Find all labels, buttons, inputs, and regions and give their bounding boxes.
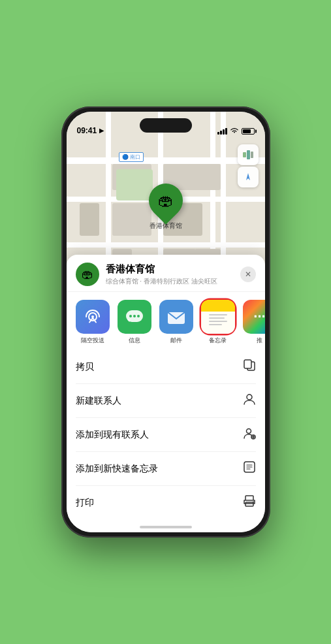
action-list: 拷贝 新建联系人 [67, 350, 265, 519]
copy-icon [243, 359, 256, 375]
battery-icon [242, 128, 255, 135]
notes-label: 备忘录 [209, 336, 227, 345]
messages-label: 信息 [129, 336, 140, 345]
venue-stadium-icon: 🏟 [82, 268, 93, 282]
svg-rect-1 [247, 150, 250, 159]
quick-note-icon [243, 460, 256, 477]
svg-point-6 [129, 315, 132, 317]
svg-rect-2 [251, 152, 253, 158]
map-type-button[interactable] [238, 144, 259, 165]
south-gate-label: 🔵 南口 [119, 152, 144, 162]
action-copy-label: 拷贝 [76, 361, 94, 373]
new-contact-icon [243, 393, 256, 409]
venue-name: 香港体育馆 [106, 263, 240, 276]
messages-icon [118, 300, 151, 334]
svg-point-7 [133, 315, 136, 317]
svg-point-23 [253, 502, 254, 503]
print-icon [243, 494, 256, 511]
location-button[interactable] [238, 167, 259, 187]
status-time: 09:41 ▶ [77, 126, 104, 135]
svg-rect-22 [245, 502, 253, 506]
airdrop-label: 隔空投送 [81, 336, 104, 345]
action-add-contact-label: 添加到现有联系人 [76, 429, 149, 441]
phone-frame: 09:41 ▶ [61, 106, 270, 538]
action-copy[interactable]: 拷贝 [76, 350, 256, 384]
time-display: 09:41 [77, 126, 97, 135]
dynamic-island [140, 118, 192, 133]
status-icons [217, 127, 255, 135]
more-icon: ··· [243, 300, 265, 334]
svg-point-12 [247, 394, 252, 400]
close-button[interactable]: ✕ [240, 266, 256, 282]
svg-rect-21 [245, 496, 253, 500]
mail-icon [159, 300, 193, 334]
location-pin: 🏟 香港体育馆 [149, 184, 183, 231]
svg-rect-11 [244, 360, 251, 368]
svg-point-13 [246, 429, 251, 434]
share-item-messages[interactable]: 信息 [118, 300, 151, 345]
svg-point-8 [137, 315, 140, 317]
svg-rect-0 [243, 152, 246, 157]
action-quick-note[interactable]: 添加到新快速备忘录 [76, 452, 256, 486]
venue-description: 综合体育馆 · 香港特别行政区 油尖旺区 [106, 277, 240, 286]
wifi-icon [230, 127, 239, 135]
add-contact-icon [243, 427, 256, 443]
notes-icon [201, 300, 235, 334]
mail-label: 邮件 [170, 336, 182, 345]
sheet-header: 🏟 香港体育馆 综合体育馆 · 香港特别行政区 油尖旺区 ✕ [67, 255, 265, 292]
share-item-mail[interactable]: 邮件 [159, 300, 193, 345]
action-new-contact-label: 新建联系人 [76, 395, 121, 407]
venue-icon: 🏟 [76, 263, 99, 286]
share-item-notes[interactable]: 备忘录 [201, 300, 235, 345]
signal-icon [217, 128, 227, 135]
map-controls [238, 144, 259, 187]
share-item-more[interactable]: ··· 推 [243, 300, 265, 345]
action-print-label: 打印 [76, 497, 94, 509]
bottom-sheet: 🏟 香港体育馆 综合体育馆 · 香港特别行政区 油尖旺区 ✕ [67, 255, 265, 532]
share-item-airdrop[interactable]: 隔空投送 [76, 300, 110, 345]
home-indicator [140, 526, 192, 528]
share-row: 隔空投送 信息 [67, 292, 265, 350]
action-quick-note-label: 添加到新快速备忘录 [76, 463, 158, 475]
pin-bubble: 🏟 [142, 176, 190, 225]
venue-info: 香港体育馆 综合体育馆 · 香港特别行政区 油尖旺区 [106, 263, 240, 286]
location-arrow-icon: ▶ [99, 127, 104, 134]
airdrop-icon [76, 300, 110, 334]
action-add-contact[interactable]: 添加到现有联系人 [76, 418, 256, 452]
action-new-contact[interactable]: 新建联系人 [76, 384, 256, 418]
more-label: 推 [257, 336, 262, 345]
phone-screen: 09:41 ▶ [67, 112, 265, 532]
action-print[interactable]: 打印 [76, 486, 256, 519]
pin-stadium-icon: 🏟 [158, 191, 174, 210]
